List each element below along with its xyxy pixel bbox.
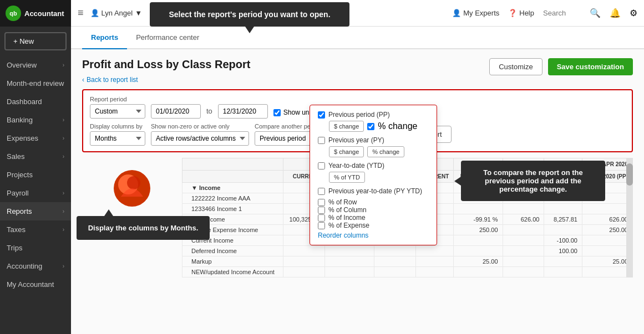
sidebar-item-label: Sales [7,152,25,161]
chevron-right-icon: › [63,62,64,68]
non-zero-select[interactable]: Active rows/active columns All rows [151,131,249,146]
tab-performance-center[interactable]: Performance center [127,27,208,49]
save-customization-button[interactable]: Save customization [548,58,633,75]
pct-of-ytd-btn[interactable]: % of YTD [329,172,365,183]
compare-py-ytd-label: Previous year-to-date (PY YTD) [328,187,422,195]
income-section-label: ▼ Income [182,183,283,193]
sidebar-item-expenses[interactable]: Expenses › [0,129,71,147]
sidebar-header: qb Accountant [0,0,71,27]
sidebar-item-label: Payroll [7,189,29,197]
customize-button[interactable]: Customize [489,58,542,75]
scrollbar-thumb[interactable] [626,163,633,186]
dollar-change-pp-btn[interactable]: $ change [329,121,364,132]
reorder-columns-link[interactable]: Reorder columns [318,232,429,239]
new-button[interactable]: + New [4,32,67,50]
table-row: Deferred Income 100.00 [182,246,633,256]
report-area: Profit and Loss by Class Report ‹ Back t… [71,49,644,334]
compare-py-ytd-checkbox[interactable] [318,188,325,195]
display-columns-select[interactable]: Months Weeks Days Quarter Year [90,131,145,146]
tooltip-arrow [454,177,461,186]
help-link[interactable]: ❓ Help [508,9,534,17]
compare-pp-checkbox[interactable] [318,111,325,119]
user-name: Lyn Angel [102,9,133,17]
chevron-left-icon: ‹ [82,76,84,84]
user-icon: 👤 [90,9,99,17]
sidebar-item-dashboard[interactable]: Dashboard [0,93,71,111]
search-bar[interactable]: 🔍 [543,8,601,18]
back-to-report-list-link[interactable]: ‹ Back to report list [82,76,138,84]
row-label: NEW/updated Income Account [182,267,283,278]
svg-point-2 [127,176,140,189]
date-to-label: to [206,107,212,115]
compare-py-label: Previous year (PY) [328,136,384,144]
dollar-change-py-btn[interactable]: $ change [329,146,364,157]
pct-of-row-checkbox[interactable] [318,199,325,206]
chevron-right-icon: › [63,135,64,141]
pct-of-income-checkbox[interactable] [318,214,325,222]
compare-py-row: Previous year (PY) [318,136,429,144]
scrollbar[interactable] [626,158,633,278]
sidebar-item-label: Reports [7,207,32,215]
sidebar-item-trips[interactable]: Trips [0,239,71,257]
pct-of-col-label: % of Column [328,206,367,214]
help-icon: ❓ [508,9,517,17]
sidebar-item-my-accountant[interactable]: My Accountant [0,275,71,294]
compare-ytd-checkbox[interactable] [318,162,325,169]
period-select[interactable]: Custom This Month Last Month This Quarte… [90,104,145,119]
sidebar-item-sales[interactable]: Sales › [0,147,71,166]
non-zero-group: Show non-zero or active only Active rows… [151,123,249,146]
search-input[interactable] [543,9,587,17]
pct-of-expense-checkbox[interactable] [318,222,325,229]
compare-pp-sub: $ change % change [329,121,429,132]
sidebar-item-label: My Accountant [7,280,54,289]
sidebar-item-payroll[interactable]: Payroll › [0,184,71,202]
compare-ytd-label: Year-to-date (YTD) [328,162,384,169]
sidebar-item-taxes[interactable]: Taxes › [0,220,71,239]
settings-icon[interactable]: ⚙ [630,8,637,18]
chevron-right-icon: › [63,208,64,214]
tabs-bar: Reports Performance center [71,27,644,49]
compare-py-sub: $ change % change [329,146,429,157]
sidebar-item-label: Banking [7,116,33,124]
row-label: 1233466 Income 1 [182,204,283,214]
sidebar-item-projects[interactable]: Projects [0,166,71,184]
report-period-label: Report period [90,96,625,102]
pct-change-py-btn[interactable]: % change [367,146,404,157]
main-area: ≡ 👤 Lyn Angel ▼ 📋 Accountant Tools Selec… [71,0,644,334]
sidebar-item-label: Projects [7,171,33,179]
hamburger-icon[interactable]: ≡ [78,7,84,19]
tab-reports[interactable]: Reports [82,27,127,49]
notification-icon[interactable]: 🔔 [610,8,621,18]
date-from-input[interactable] [151,104,201,119]
sidebar-item-label: Expenses [7,134,38,142]
compare-py-ytd-row: Previous year-to-date (PY YTD) [318,187,429,195]
date-to-input[interactable] [218,104,268,119]
compare-py-checkbox[interactable] [318,137,325,144]
pct-of-row-label: % of Row [328,198,357,206]
topbar: ≡ 👤 Lyn Angel ▼ 📋 Accountant Tools Selec… [71,0,644,27]
sidebar-item-reports[interactable]: Reports › [0,202,71,220]
row-label: 1222222 Income AAA [182,193,283,204]
tooltip-period: Select the report's period you want to o… [150,2,349,27]
sidebar-item-label: Month-end review [7,79,64,88]
compare-option-pp: Previous period (PP) $ change % change [318,111,429,132]
show-unrealized-checkbox[interactable] [273,109,281,116]
company-logo [113,169,151,208]
my-experts-link[interactable]: 👤 My Experts [452,9,499,17]
pct-change-pp-checkbox[interactable] [367,123,374,130]
sidebar-item-month-end-review[interactable]: Month-end review [0,74,71,93]
compare-pct-row-row: % of Row [318,198,429,206]
sidebar: qb Accountant + New Overview › Month-end… [0,0,71,334]
sidebar-item-overview[interactable]: Overview › [0,56,71,74]
search-icon[interactable]: 🔍 [590,8,601,18]
sidebar-item-banking[interactable]: Banking › [0,111,71,129]
chevron-right-icon: › [63,153,64,160]
content-area: Reports Performance center Profit and Lo… [71,27,644,334]
pct-of-col-checkbox[interactable] [318,207,325,214]
sidebar-item-accounting[interactable]: Accounting › [0,257,71,275]
user-menu[interactable]: 👤 Lyn Angel ▼ [90,9,143,17]
compare-ytd-row: Year-to-date (YTD) [318,162,429,169]
pct-change-pp-label: % change [378,121,417,131]
period-group: Custom This Month Last Month This Quarte… [90,104,145,119]
qb-logo: qb [6,6,21,21]
